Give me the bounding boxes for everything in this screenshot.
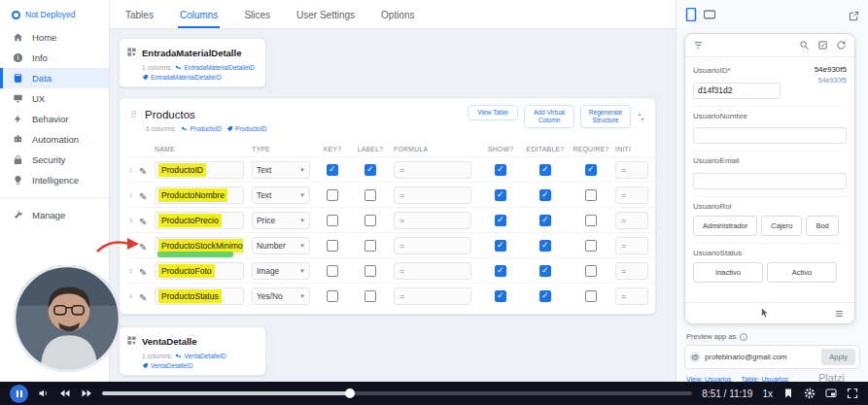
rol-option-bodeguero[interactable]: Bod (806, 216, 838, 236)
edit-column-icon[interactable]: ✎ (139, 166, 147, 177)
sidebar-item-intelligence[interactable]: Intelligence (0, 170, 109, 190)
label-checkbox[interactable] (365, 189, 376, 201)
progress-thumb[interactable] (345, 388, 355, 398)
tab-slices[interactable]: Slices (242, 10, 272, 28)
filter-icon[interactable] (693, 40, 704, 51)
editable-checkbox[interactable] (539, 265, 551, 277)
tab-user-settings[interactable]: User Settings (295, 10, 357, 28)
require-checkbox[interactable] (585, 189, 597, 201)
sidebar-item-manage[interactable]: Manage (0, 205, 109, 225)
key-column-chip[interactable]: EntradaMaterialDetalleID (175, 64, 255, 71)
status-option-inactivo[interactable]: Inactivo (693, 262, 763, 283)
status-option-activo[interactable]: Activo (767, 262, 837, 283)
column-type-select[interactable]: Text ▼ (252, 186, 310, 204)
key-checkbox[interactable] (327, 189, 338, 201)
key-checkbox[interactable] (327, 265, 338, 277)
initial-value-input[interactable]: = (615, 262, 648, 280)
column-type-select[interactable]: Number ▼ (252, 237, 310, 254)
usuarioemail-input[interactable] (693, 173, 847, 189)
table-card-ventadetalle[interactable]: VentaDetalle 1 columns: VentaDetalleID V… (119, 326, 266, 376)
preview-email[interactable]: profebinario@gmail.com (705, 353, 817, 361)
tab-tables[interactable]: Tables (123, 10, 156, 28)
search-icon[interactable] (799, 40, 810, 51)
drag-handle-icon[interactable] (129, 106, 138, 123)
editable-checkbox[interactable] (539, 215, 551, 226)
editable-checkbox[interactable] (539, 164, 551, 176)
initial-value-input[interactable]: = (615, 287, 648, 305)
formula-input[interactable]: = (394, 186, 471, 204)
sidebar-item-behavior[interactable]: Behavior (0, 109, 109, 129)
formula-input[interactable]: = (394, 237, 471, 254)
column-type-select[interactable]: Image ▼ (252, 262, 310, 280)
edit-column-icon[interactable]: ✎ (139, 217, 147, 227)
editable-checkbox[interactable] (539, 290, 551, 302)
label-checkbox[interactable] (365, 290, 376, 302)
key-checkbox[interactable] (327, 164, 338, 176)
expand-table-icon[interactable] (126, 332, 137, 350)
require-checkbox[interactable] (585, 290, 597, 302)
settings-gear-icon[interactable] (804, 388, 816, 399)
initial-value-input[interactable]: = (615, 161, 648, 179)
tablet-device-icon[interactable] (704, 8, 715, 25)
key-checkbox[interactable] (327, 240, 338, 252)
table-card-entradamaterialdetalle[interactable]: EntradaMaterialDetalle 1 columns: Entrad… (119, 38, 266, 87)
tab-columns[interactable]: Columns (178, 10, 220, 28)
key-column-chip[interactable]: ProductoID (181, 125, 222, 132)
formula-input[interactable]: = (394, 212, 471, 229)
column-name-box[interactable]: ProductoNombre (155, 186, 244, 204)
edit-column-icon[interactable]: ✎ (139, 267, 147, 278)
open-in-new-icon[interactable] (849, 8, 859, 25)
formula-input[interactable]: = (394, 161, 471, 179)
column-name-box[interactable]: ProductoStockMinimo (155, 237, 244, 254)
edit-column-icon[interactable]: ✎ (139, 191, 147, 202)
require-checkbox[interactable] (585, 240, 597, 252)
pause-button[interactable] (10, 385, 28, 403)
regenerate-structure-button[interactable]: Regenerate Structure (580, 105, 631, 128)
add-virtual-column-button[interactable]: Add Virtual Column (524, 105, 574, 128)
volume-icon[interactable] (38, 388, 50, 399)
deploy-status-button[interactable]: Not Deployed (0, 0, 109, 27)
initial-value-input[interactable]: = (615, 186, 648, 204)
phone-device-icon[interactable] (685, 8, 697, 25)
column-name-box[interactable]: ProductoStatus (155, 287, 244, 305)
sidebar-item-data[interactable]: Data (0, 68, 109, 88)
require-checkbox[interactable] (585, 265, 597, 277)
list-view-icon[interactable] (834, 305, 845, 322)
view-table-button[interactable]: View Table (468, 105, 518, 120)
label-column-chip[interactable]: ProductoID (226, 125, 267, 132)
show-checkbox[interactable] (495, 164, 506, 176)
sidebar-item-ux[interactable]: UX (0, 88, 109, 109)
forward-icon[interactable] (81, 388, 92, 399)
show-checkbox[interactable] (495, 265, 506, 277)
column-name-box[interactable]: ProductoFoto (155, 262, 244, 280)
usuarionombre-input[interactable] (693, 127, 847, 144)
sidebar-item-security[interactable]: Security (0, 150, 109, 170)
show-checkbox[interactable] (495, 240, 506, 252)
rewind-icon[interactable] (59, 388, 71, 399)
initial-value-input[interactable]: = (615, 237, 648, 254)
editable-checkbox[interactable] (539, 240, 551, 252)
expand-table-icon[interactable] (126, 44, 137, 61)
usuarioid-input[interactable] (693, 83, 781, 99)
column-name-box[interactable]: ProductoPrecio (155, 212, 244, 229)
label-column-chip[interactable]: VentaDetalleID (142, 362, 192, 369)
initial-value-input[interactable]: = (615, 212, 648, 229)
rol-option-administrador[interactable]: Administrador (693, 216, 757, 236)
label-checkbox[interactable] (365, 240, 376, 252)
cursor-pointer-icon[interactable] (759, 305, 770, 322)
require-checkbox[interactable] (585, 215, 597, 226)
show-checkbox[interactable] (495, 290, 506, 302)
record-id-secondary[interactable]: 54e930f5 (815, 77, 847, 84)
formula-input[interactable]: = (394, 262, 471, 280)
sidebar-item-automation[interactable]: Automation (0, 129, 109, 150)
tab-options[interactable]: Options (379, 10, 416, 28)
key-checkbox[interactable] (327, 215, 338, 226)
progress-bar[interactable] (102, 391, 692, 395)
label-checkbox[interactable] (365, 265, 376, 277)
sync-icon[interactable] (836, 40, 847, 51)
pip-icon[interactable] (825, 388, 837, 399)
label-checkbox[interactable] (365, 215, 376, 226)
select-checkbox-icon[interactable] (817, 40, 828, 51)
info-icon[interactable]: i (740, 333, 747, 341)
bookmark-icon[interactable] (782, 388, 794, 399)
